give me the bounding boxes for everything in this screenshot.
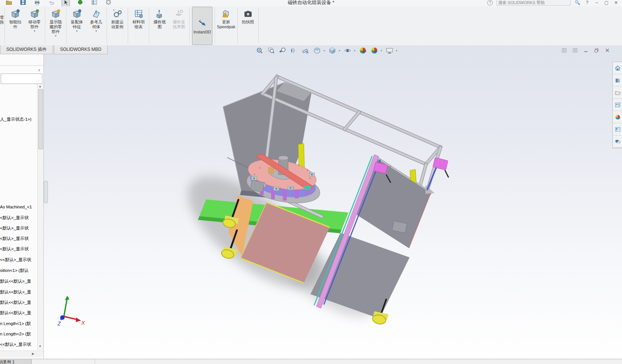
flyout-expand-arrow[interactable]: › <box>38 67 40 73</box>
measure-icon[interactable]: A <box>302 46 310 55</box>
panel-splitter-grip[interactable] <box>44 181 48 203</box>
chevron-down-icon[interactable]: ▾ <box>381 49 382 52</box>
tree-item[interactable]: n Length<1> (默 <box>0 321 31 326</box>
ribbon-explode-line-sketch-button[interactable]: 爆炸直线草图 <box>169 6 189 45</box>
scroll-up-icon[interactable]: ▲ <box>39 85 42 88</box>
chevron-down-icon[interactable]: ▾ <box>396 49 397 52</box>
tree-item[interactable]: <<默认>_显示状 <box>0 257 31 263</box>
tree-item[interactable]: 默认<<默认>_显 <box>0 300 31 305</box>
move-component-icon <box>29 9 40 19</box>
tree-item[interactable]: As Machined_<1 <box>0 205 32 209</box>
ribbon-exploded-view-button[interactable]: 爆炸视图 <box>150 6 169 45</box>
ribbon-reference-geometry-button[interactable]: 参考几何体▼ <box>87 6 106 45</box>
explode-line-sketch-label: 爆炸直线草图 <box>173 20 185 29</box>
ribbon-show-hidden-components-button[interactable]: 显示隐藏的零部件▼ <box>46 6 65 45</box>
tree-item[interactable]: n Length<2> (默 <box>0 331 31 337</box>
zoom-to-area-icon[interactable] <box>267 46 275 55</box>
scroll-down-icon[interactable]: ▼ <box>39 345 42 348</box>
smart-fasteners-icon <box>10 9 20 19</box>
instant3d-icon <box>197 19 208 29</box>
tree-item[interactable]: <默认>_显示状 <box>0 225 29 231</box>
chevron-down-icon[interactable]: ▾ <box>323 49 325 52</box>
reference-geometry-icon <box>91 9 101 19</box>
move-component-label: 移动零部件 <box>29 20 41 29</box>
tab-solidworks-插件[interactable]: SOLIDWORKS 插件 <box>0 45 53 54</box>
app-maximize-button[interactable]: ▢ <box>603 0 609 5</box>
pane-left-button[interactable] <box>561 48 567 53</box>
motion-study-tab[interactable]: 运动算例 1 <box>0 359 32 364</box>
taskpane-custom-properties-tab[interactable] <box>613 123 622 136</box>
pane-right-button[interactable] <box>572 48 578 53</box>
feature-manager-tree: › 人_显示状态-1>)As Machined_<1<默认>_显示状<默认>_显… <box>0 54 44 359</box>
ribbon-smart-fasteners-button[interactable]: 智能扣件 <box>6 6 25 45</box>
clipped-ribbon-button[interactable]: 零 阵 <box>0 6 4 45</box>
tree-item[interactable]: 默认<<默认>_显 <box>0 289 31 295</box>
scroll-right-icon[interactable]: ▶ <box>32 352 34 355</box>
ribbon-update-speedpak-button[interactable]: !更新Speedpak <box>216 6 237 45</box>
taskpane-appearances-scenes-tab[interactable] <box>613 111 622 123</box>
graphics-viewport[interactable] <box>43 45 622 359</box>
tree-item[interactable]: <<默认>_显示状 <box>0 342 31 347</box>
tree-item[interactable]: <默认>_显示状 <box>0 215 29 221</box>
view-settings-icon[interactable] <box>385 46 394 55</box>
section-view-icon[interactable] <box>290 46 298 55</box>
tree-item[interactable]: sition<1> (默认 <box>0 268 29 273</box>
apply-scene-icon[interactable] <box>370 46 378 55</box>
doc-minimize-button[interactable] <box>583 48 589 53</box>
ribbon-assembly-features-button[interactable]: 装配体特征▼ <box>67 6 87 45</box>
edit-appearance-icon[interactable] <box>359 46 367 55</box>
taskpane-file-explorer-tab[interactable] <box>613 87 622 99</box>
show-hidden-components-label: 显示隐藏的零部件 <box>50 20 62 34</box>
smart-fasteners-label: 智能扣件 <box>9 20 22 29</box>
taskpane-design-library-tab[interactable] <box>613 74 622 87</box>
doc-restore-button[interactable] <box>594 48 599 53</box>
tree-item[interactable]: 默认<<默认>_显 <box>0 310 31 316</box>
doc-close-button[interactable] <box>605 48 610 53</box>
previous-view-icon[interactable] <box>279 46 287 55</box>
ribbon-move-component-button[interactable]: 移动零部件▼ <box>25 6 44 45</box>
appearances-scenes-icon <box>615 114 621 120</box>
app-minimize-button[interactable]: – <box>594 0 600 5</box>
view-orientation-icon[interactable] <box>313 46 321 55</box>
taskpane-solidworks-forum-tab[interactable] <box>613 136 622 148</box>
hide-show-items-icon[interactable] <box>343 46 352 55</box>
tree-vertical-scrollbar[interactable]: ▲ ▼ <box>37 84 43 350</box>
reference-geometry-label: 参考几何体 <box>90 20 102 29</box>
taskpane-solidworks-resources-tab[interactable] <box>613 62 622 74</box>
chevron-down-icon: ▼ <box>55 35 57 37</box>
search-input[interactable]: 搜索 SOLIDWORKS 帮助 <box>496 0 571 6</box>
app-close-button[interactable]: ✕ <box>613 0 619 5</box>
quick-access-toolbar: 磁铁自动化组装设备 * ? 搜索 SOLIDWORKS 帮助 🔍 ? – ▢ ✕ <box>0 0 622 7</box>
zoom-to-fit-icon[interactable] <box>255 46 264 55</box>
motion-manager-bar: 运动算例 1 <box>0 359 622 364</box>
display-style-icon[interactable] <box>328 46 336 55</box>
tree-item[interactable]: <默认>_显示状 <box>0 246 29 252</box>
tree-item[interactable]: <默认>_显示状 <box>0 236 29 241</box>
command-manager-tabs: SOLIDWORKS 插件SOLIDWORKS MBD <box>0 45 108 54</box>
svg-text:*: * <box>113 9 115 13</box>
heads-up-view-toolbar: A▾▾▾▾▾ <box>255 46 397 55</box>
search-icon[interactable]: 🔍 <box>574 0 580 5</box>
task-pane-tabs: 7 <box>612 62 622 148</box>
tab-solidworks-mbd[interactable]: SOLIDWORKS MBD <box>54 45 108 54</box>
ribbon-instant3d-button[interactable]: Instant3D <box>192 7 212 45</box>
chevron-down-icon[interactable]: ▾ <box>354 49 355 52</box>
help-icon[interactable]: ? <box>487 0 493 6</box>
chevron-down-icon[interactable]: ▾ <box>339 49 340 52</box>
design-library-icon <box>615 77 621 84</box>
ribbon-take-snapshot-button[interactable]: 拍快照 <box>238 6 258 45</box>
instant3d-label: Instant3D <box>193 30 211 35</box>
tree-item[interactable]: 人_显示状态-1>) <box>0 117 32 122</box>
assembly-features-icon <box>72 9 82 19</box>
ribbon-bill-of-materials-button[interactable]: 材料明细表 <box>129 6 148 45</box>
scrollbar-thumb[interactable] <box>38 89 43 149</box>
tree-horizontal-scrollbar[interactable]: ▶ <box>0 351 43 357</box>
ribbon-new-motion-study-button[interactable]: *新建运动算例 <box>108 6 127 45</box>
taskpane-view-palette-tab[interactable]: 7 <box>613 99 622 111</box>
tree-item[interactable]: 默认<<默认>_显 <box>0 279 31 284</box>
custom-properties-icon <box>615 126 621 133</box>
help-menu[interactable]: ? <box>584 0 590 5</box>
tree-filter-box[interactable] <box>1 74 42 84</box>
svg-text:7: 7 <box>616 105 617 107</box>
update-speedpak-icon: ! <box>221 9 231 19</box>
